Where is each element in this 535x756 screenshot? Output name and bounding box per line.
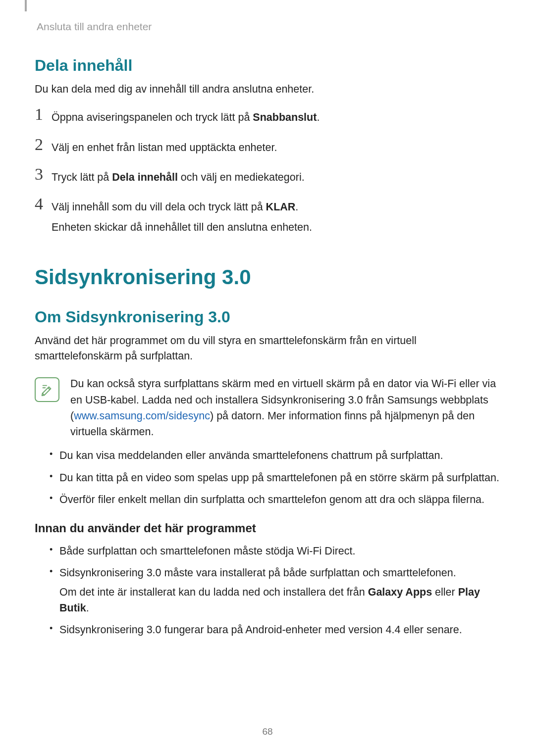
section-dela-innehall-title: Dela innehåll bbox=[35, 56, 500, 75]
list-item-sub: Om det inte är installerat kan du ladda … bbox=[59, 584, 500, 616]
section-sidsynk-title: Sidsynkronisering 3.0 bbox=[35, 265, 500, 289]
requirement-bullets: Både surfplattan och smarttelefonen måst… bbox=[35, 543, 500, 638]
subsection-om-intro: Använd det här programmet om du vill sty… bbox=[35, 333, 500, 364]
steps-list: 1 Öppna aviseringspanelen och tryck lätt… bbox=[35, 109, 500, 236]
step-text: Tryck lätt på Dela innehåll och välj en … bbox=[52, 169, 305, 186]
list-item: Du kan titta på en video som spelas upp … bbox=[50, 470, 500, 486]
list-item: Överför filer enkelt mellan din surfplat… bbox=[50, 492, 500, 507]
subsection-innan-title: Innan du använder det här programmet bbox=[35, 521, 500, 535]
page-number: 68 bbox=[0, 726, 535, 737]
list-item: Sidsynkronisering 3.0 fungerar bara på A… bbox=[50, 622, 500, 638]
step-number: 4 bbox=[35, 196, 52, 212]
list-item: Både surfplattan och smarttelefonen måst… bbox=[50, 543, 500, 559]
pencil-note-icon bbox=[40, 382, 54, 397]
step-number: 3 bbox=[35, 166, 52, 183]
list-item: Sidsynkronisering 3.0 måste vara install… bbox=[50, 565, 500, 616]
section1-intro: Du kan dela med dig av innehåll till and… bbox=[35, 82, 500, 97]
subsection-om-title: Om Sidsynkronisering 3.0 bbox=[35, 308, 500, 326]
step-text: Öppna aviseringspanelen och tryck lätt p… bbox=[52, 109, 320, 126]
step-4: 4 Välj innehåll som du vill dela och try… bbox=[35, 199, 500, 236]
step-text: Välj innehåll som du vill dela och tryck… bbox=[52, 199, 312, 236]
info-note: Du kan också styra surfplattans skärm me… bbox=[35, 376, 500, 440]
sidesync-link[interactable]: www.samsung.com/sidesync bbox=[74, 410, 210, 422]
step-number: 1 bbox=[35, 106, 52, 123]
step-text: Välj en enhet från listan med upptäckta … bbox=[52, 139, 277, 156]
step-number: 2 bbox=[35, 136, 52, 153]
page-tab-mark bbox=[25, 0, 27, 11]
step-2: 2 Välj en enhet från listan med upptäckt… bbox=[35, 139, 500, 156]
step-1: 1 Öppna aviseringspanelen och tryck lätt… bbox=[35, 109, 500, 126]
feature-bullets: Du kan visa meddelanden eller använda sm… bbox=[35, 448, 500, 507]
header-breadcrumb: Ansluta till andra enheter bbox=[37, 21, 500, 33]
list-item: Du kan visa meddelanden eller använda sm… bbox=[50, 448, 500, 463]
note-text: Du kan också styra surfplattans skärm me… bbox=[70, 376, 500, 440]
step-subtext: Enheten skickar då innehållet till den a… bbox=[52, 219, 312, 236]
step-3: 3 Tryck lätt på Dela innehåll och välj e… bbox=[35, 169, 500, 186]
note-icon bbox=[35, 377, 59, 402]
svg-line-1 bbox=[43, 394, 45, 396]
